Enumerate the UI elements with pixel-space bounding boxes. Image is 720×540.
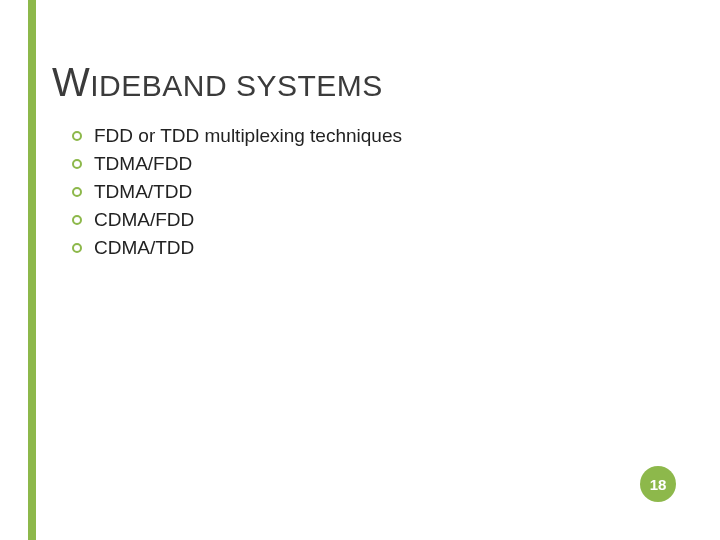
bullet-text: FDD or TDD multiplexing techniques	[94, 125, 402, 147]
bullet-icon	[72, 159, 82, 169]
slide-title: WIDEBAND SYSTEMS	[52, 60, 383, 105]
page-number-badge: 18	[640, 466, 676, 502]
bullet-text: TDMA/TDD	[94, 181, 192, 203]
list-item: CDMA/TDD	[72, 234, 402, 262]
list-item: TDMA/FDD	[72, 150, 402, 178]
bullet-icon	[72, 131, 82, 141]
title-cap-1: W	[52, 60, 90, 104]
list-item: TDMA/TDD	[72, 178, 402, 206]
title-space	[227, 69, 236, 102]
bullet-icon	[72, 215, 82, 225]
left-accent-bar	[28, 0, 36, 540]
list-item: CDMA/FDD	[72, 206, 402, 234]
bullet-text: CDMA/FDD	[94, 209, 194, 231]
bullet-text: CDMA/TDD	[94, 237, 194, 259]
bullet-list: FDD or TDD multiplexing techniques TDMA/…	[72, 122, 402, 262]
title-word1-rest: IDEBAND	[90, 69, 227, 102]
slide: WIDEBAND SYSTEMS FDD or TDD multiplexing…	[0, 0, 720, 540]
bullet-icon	[72, 187, 82, 197]
list-item: FDD or TDD multiplexing techniques	[72, 122, 402, 150]
page-number: 18	[650, 476, 667, 493]
title-word2: SYSTEMS	[236, 69, 383, 102]
bullet-icon	[72, 243, 82, 253]
bullet-text: TDMA/FDD	[94, 153, 192, 175]
